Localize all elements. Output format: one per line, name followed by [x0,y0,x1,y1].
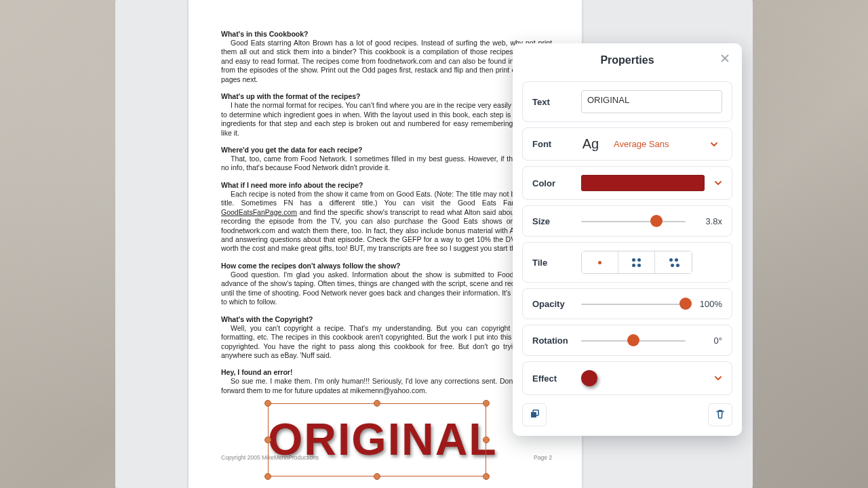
section-body: That, too, came from Food Network. I som… [221,155,552,173]
section-heading: How come the recipes don't always follow… [221,262,552,270]
opacity-value: 100% [695,299,722,309]
slider-thumb[interactable] [627,334,639,346]
watermark-text-input[interactable] [581,90,722,113]
section-body: Good question. I'm glad you asked. Infor… [221,270,552,307]
resize-handle-mr[interactable] [483,436,490,443]
label-effect: Effect [532,373,572,384]
row-text: Text [522,81,732,122]
app-stage: What's in this Cookbook? Good Eats starr… [61,0,807,488]
opacity-slider[interactable] [581,298,686,310]
resize-handle-tr[interactable] [483,400,490,407]
delete-button[interactable] [708,403,732,426]
footer-page-number: Page 2 [534,454,552,461]
panel-footer [513,401,742,426]
copy-icon [529,409,540,422]
rotation-slider[interactable] [581,334,686,346]
label-font: Font [532,139,572,149]
font-sample-glyph: Ag [581,136,600,152]
chevron-down-icon[interactable] [714,374,722,382]
row-effect: Effect [522,361,732,395]
label-text: Text [532,97,572,107]
properties-panel: Properties Text Font Ag Average Sans [513,43,742,436]
tile-segment [581,251,692,274]
resize-handle-tm[interactable] [374,400,380,407]
close-icon [720,52,730,66]
section-body: Each recipe is noted from the show it ca… [221,190,552,253]
label-color: Color [532,178,572,188]
size-slider[interactable] [581,215,686,227]
row-tile: Tile [522,242,732,283]
section-heading: Where'd you get the data for each recipe… [221,146,552,154]
section-heading: What's up with the format of the recipes… [221,92,552,100]
watermark-bounding-box[interactable] [268,403,486,476]
duplicate-button[interactable] [522,403,547,426]
effect-preview[interactable] [581,370,597,386]
section-body: Good Eats starring Alton Brown has a lot… [221,39,552,84]
panel-header: Properties [513,52,742,76]
section-body: Well, you can't copyright a recipe. That… [221,324,552,361]
slider-track [581,221,686,222]
label-opacity: Opacity [532,299,572,309]
tile-option-stagger[interactable] [655,251,692,273]
resize-handle-bm[interactable] [374,473,380,480]
section-body-part: Each recipe is noted from the show it ca… [221,190,552,207]
inline-link[interactable]: GoodEatsFanPage.com [221,208,297,216]
row-font: Font Ag Average Sans [522,127,732,161]
label-rotation: Rotation [532,336,572,346]
panel-title: Properties [600,54,654,66]
rotation-value: 0° [695,336,722,346]
color-swatch[interactable] [581,175,705,191]
tile-stagger-icon [666,258,681,267]
row-rotation: Rotation 0° [522,325,732,356]
section-heading: What's with the Copyright? [221,315,552,323]
resize-handle-tl[interactable] [264,400,271,407]
row-size: Size 3.8x [522,205,732,237]
section-heading: Hey, I found an error! [221,368,552,376]
row-color: Color [522,166,732,200]
chevron-down-icon [710,140,718,148]
tile-option-grid[interactable] [618,251,655,273]
workspace: What's in this Cookbook? Good Eats starr… [115,0,753,488]
tile-single-icon [594,261,606,264]
label-size: Size [532,216,572,226]
tile-grid-icon [631,258,643,267]
trash-icon [715,409,726,422]
close-button[interactable] [717,52,732,66]
resize-handle-ml[interactable] [264,436,271,443]
section-body: I hate the normal format for recipes. Yo… [221,101,552,138]
section-body: So sue me. I make them. I'm only human!!… [221,377,552,395]
section-heading: What if I need more info about the recip… [221,181,552,189]
size-value: 3.8x [695,216,722,226]
svg-rect-0 [531,412,536,418]
font-select[interactable]: Average Sans [610,139,722,149]
watermark-object[interactable]: ORIGINAL [268,403,486,476]
font-name: Average Sans [614,139,669,149]
tile-option-single[interactable] [582,251,618,273]
label-tile: Tile [532,258,572,268]
slider-track [581,304,686,305]
chevron-down-icon[interactable] [714,179,722,187]
slider-thumb[interactable] [650,215,663,227]
row-opacity: Opacity 100% [522,288,732,319]
section-heading: What's in this Cookbook? [221,30,552,38]
slider-thumb[interactable] [679,298,692,310]
resize-handle-bl[interactable] [264,473,271,480]
resize-handle-br[interactable] [483,473,490,480]
